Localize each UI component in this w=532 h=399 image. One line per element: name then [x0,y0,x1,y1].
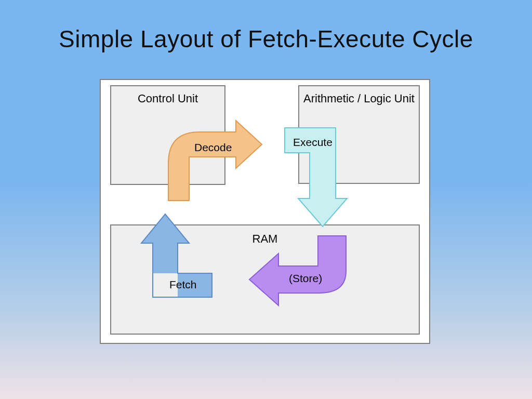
slide: Simple Layout of Fetch-Execute Cycle Con… [0,0,532,399]
slide-title: Simple Layout of Fetch-Execute Cycle [0,25,532,53]
label-execute: Execute [293,136,332,149]
box-control-unit: Control Unit [110,85,225,185]
arrow-execute-head [298,198,347,227]
box-label: RAM [252,232,278,245]
box-label: Control Unit [138,92,198,105]
box-alu: Arithmetic / Logic Unit [298,85,420,184]
box-label: Arithmetic / Logic Unit [303,92,415,105]
arrow-decode-head [236,121,262,168]
label-fetch: Fetch [169,278,197,291]
label-store: (Store) [289,272,322,285]
label-decode: Decode [194,141,232,154]
box-ram: RAM [110,224,420,335]
diagram-container: Control Unit Arithmetic / Logic Unit RAM [100,79,430,344]
